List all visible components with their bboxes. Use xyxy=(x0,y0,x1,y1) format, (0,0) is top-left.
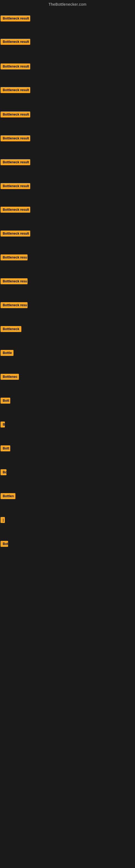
badge-8: Bottleneck result xyxy=(1,183,30,190)
badge-4-label: Bottleneck result xyxy=(1,87,30,93)
badge-9-label: Bottleneck result xyxy=(1,207,30,213)
badge-13-label: Bottleneck resu xyxy=(1,302,28,308)
badge-6: Bottleneck result xyxy=(1,135,30,143)
badge-20: Bo xyxy=(1,469,6,476)
badge-13: Bottleneck resu xyxy=(1,302,28,309)
badge-19: Bott xyxy=(1,445,10,453)
badge-19-label: Bott xyxy=(1,445,10,452)
badge-18: B xyxy=(1,422,5,429)
badge-6-label: Bottleneck result xyxy=(1,135,30,141)
badge-11-label: Bottleneck resu xyxy=(1,254,28,260)
badge-23-label: Bot xyxy=(1,541,8,547)
site-title: TheBottlenecker.com xyxy=(0,0,135,9)
badge-14: Bottleneck xyxy=(1,326,21,333)
badge-16-label: Bottlenec xyxy=(1,374,19,380)
badge-5: Bottleneck result xyxy=(1,112,30,119)
badge-7: Bottleneck result xyxy=(1,159,30,166)
badge-3-label: Bottleneck result xyxy=(1,63,30,69)
badge-23: Bot xyxy=(1,541,8,548)
badge-16: Bottlenec xyxy=(1,374,19,381)
badge-14-label: Bottleneck xyxy=(1,326,21,332)
badge-10-label: Bottleneck result xyxy=(1,230,30,237)
badge-20-label: Bo xyxy=(1,469,6,475)
badge-12-label: Bottleneck resu xyxy=(1,278,28,284)
badge-4: Bottleneck result xyxy=(1,87,30,94)
badge-9: Bottleneck result xyxy=(1,207,30,214)
badge-15-label: Bottle xyxy=(1,350,13,356)
badge-15: Bottle xyxy=(1,350,13,357)
badge-10: Bottleneck result xyxy=(1,230,30,238)
badge-1: Bottleneck result xyxy=(1,16,30,23)
badge-17-label: Bott xyxy=(1,398,10,404)
badge-2-label: Bottleneck result xyxy=(1,39,30,45)
badge-12: Bottleneck resu xyxy=(1,278,28,285)
badge-5-label: Bottleneck result xyxy=(1,112,30,118)
badge-22-label: | xyxy=(1,517,5,523)
badge-2: Bottleneck result xyxy=(1,39,30,46)
badge-21: Bottlen xyxy=(1,493,15,500)
badge-7-label: Bottleneck result xyxy=(1,159,30,165)
badge-3: Bottleneck result xyxy=(1,63,30,70)
badge-11: Bottleneck resu xyxy=(1,254,28,261)
badge-1-label: Bottleneck result xyxy=(1,16,30,22)
badge-18-label: B xyxy=(1,422,5,428)
badge-21-label: Bottlen xyxy=(1,493,15,499)
badge-8-label: Bottleneck result xyxy=(1,183,30,189)
badge-17: Bott xyxy=(1,398,10,405)
badge-22: | xyxy=(1,517,5,524)
